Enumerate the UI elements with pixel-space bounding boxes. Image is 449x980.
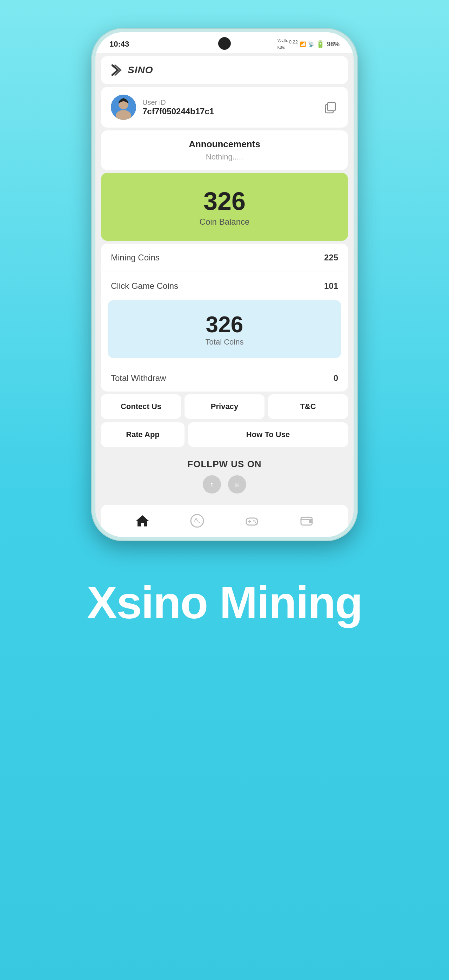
- follow-icons: t @: [109, 475, 340, 493]
- marketing-section: Xsino Mining: [87, 576, 362, 629]
- total-withdraw-value: 0: [334, 373, 338, 383]
- mining-coins-value: 225: [324, 253, 338, 262]
- app-logo: SINO: [111, 64, 153, 76]
- signal-icon: 📡: [308, 41, 314, 47]
- privacy-button[interactable]: Privacy: [184, 394, 265, 419]
- how-to-use-button[interactable]: How To Use: [188, 422, 348, 447]
- logo-label: SINO: [128, 65, 153, 76]
- total-withdraw-row: Total Withdraw 0: [101, 365, 348, 391]
- battery-percent: 98%: [327, 41, 340, 48]
- svg-marker-9: [136, 515, 149, 527]
- avatar-image: [111, 95, 136, 120]
- buttons-section: Contect Us Privacy T&C Rate App How To U…: [101, 394, 348, 447]
- svg-point-16: [255, 522, 256, 523]
- coin-balance-card: 326 Coin Balance: [101, 173, 348, 241]
- follow-section: FOLLPW US ON t @: [101, 450, 348, 502]
- user-label: User iD: [142, 99, 214, 107]
- marketing-title: Xsino Mining: [87, 576, 362, 629]
- copy-button[interactable]: [321, 99, 338, 116]
- click-game-label: Click Game Coins: [111, 281, 178, 291]
- total-withdraw-label: Total Withdraw: [111, 373, 166, 383]
- click-game-row: Click Game Coins 101: [101, 272, 348, 301]
- nav-wallet[interactable]: [297, 512, 316, 530]
- stats-card: Mining Coins 225 Click Game Coins 101 32…: [101, 243, 348, 391]
- announcements-card: Announcements Nothing.....: [101, 130, 348, 170]
- total-coins-number: 326: [117, 312, 332, 337]
- svg-text:⛏: ⛏: [194, 517, 200, 524]
- user-id: 7cf7f050244b17c1: [142, 107, 214, 116]
- contact-us-button[interactable]: Contect Us: [101, 394, 181, 419]
- coin-balance-label: Coin Balance: [111, 217, 338, 227]
- game-icon: [243, 512, 261, 530]
- status-bar: 10:43 VoLTE 0.22KB/s 📶 📡 🔋 98%: [96, 32, 353, 53]
- coin-balance-number: 326: [111, 187, 338, 216]
- bottom-nav: ⛏: [101, 505, 348, 537]
- nav-game[interactable]: [243, 512, 261, 530]
- announcements-text: Nothing.....: [111, 153, 338, 162]
- nav-home[interactable]: [133, 512, 152, 530]
- home-icon: [133, 512, 152, 530]
- total-coins-box: 326 Total Coins: [108, 301, 341, 358]
- phone-screen: 10:43 VoLTE 0.22KB/s 📶 📡 🔋 98%: [96, 32, 353, 537]
- nav-mining[interactable]: ⛏: [188, 512, 206, 530]
- mining-coins-label: Mining Coins: [111, 253, 160, 262]
- mining-icon: ⛏: [188, 512, 206, 530]
- rate-app-button[interactable]: Rate App: [101, 422, 184, 447]
- follow-icon-2[interactable]: @: [228, 475, 246, 493]
- svg-rect-18: [309, 520, 312, 523]
- wallet-icon: [297, 512, 316, 530]
- logo-icon: [111, 64, 126, 76]
- btn-row-2: Rate App How To Use: [101, 422, 348, 447]
- status-time: 10:43: [109, 40, 129, 49]
- user-info: User iD 7cf7f050244b17c1: [111, 95, 214, 120]
- svg-point-15: [253, 520, 255, 522]
- user-text: User iD 7cf7f050244b17c1: [142, 99, 214, 116]
- svg-text:t: t: [211, 482, 213, 488]
- svg-rect-4: [328, 102, 336, 111]
- wifi-icon: 📶: [300, 41, 306, 47]
- phone-frame: 10:43 VoLTE 0.22KB/s 📶 📡 🔋 98%: [91, 28, 358, 541]
- user-card: User iD 7cf7f050244b17c1: [101, 87, 348, 127]
- app-content: SINO: [96, 56, 353, 537]
- mining-coins-row: Mining Coins 225: [101, 243, 348, 272]
- status-icons: VoLTE 0.22KB/s 📶 📡 🔋 98%: [278, 38, 340, 50]
- follow-title: FOLLPW US ON: [109, 459, 340, 470]
- logo-bar: SINO: [101, 56, 348, 84]
- announcements-title: Announcements: [111, 139, 338, 150]
- btn-row-1: Contect Us Privacy T&C: [101, 394, 348, 419]
- click-game-value: 101: [324, 281, 338, 291]
- phone-wrapper: 10:43 VoLTE 0.22KB/s 📶 📡 🔋 98%: [91, 28, 358, 541]
- follow-icon-1[interactable]: t: [203, 475, 221, 493]
- network-info: VoLTE 0.22KB/s: [278, 38, 298, 50]
- avatar: [111, 95, 136, 120]
- terms-button[interactable]: T&C: [268, 394, 348, 419]
- camera-notch: [218, 37, 231, 50]
- svg-rect-12: [246, 518, 257, 525]
- battery-icon: 🔋: [316, 40, 325, 48]
- copy-icon: [323, 100, 337, 114]
- svg-text:@: @: [235, 482, 240, 488]
- total-coins-label: Total Coins: [117, 337, 332, 347]
